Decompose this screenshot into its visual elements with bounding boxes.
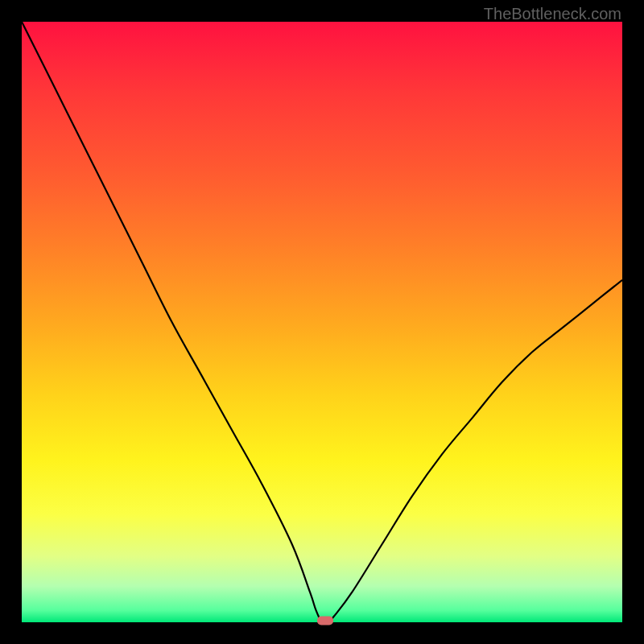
watermark-text: TheBottleneck.com (484, 5, 621, 23)
bottleneck-curve (22, 22, 622, 622)
curve-path (22, 22, 622, 622)
chart-container: TheBottleneck.com (0, 0, 644, 644)
plot-area (22, 22, 622, 622)
optimal-point-marker (317, 617, 333, 625)
